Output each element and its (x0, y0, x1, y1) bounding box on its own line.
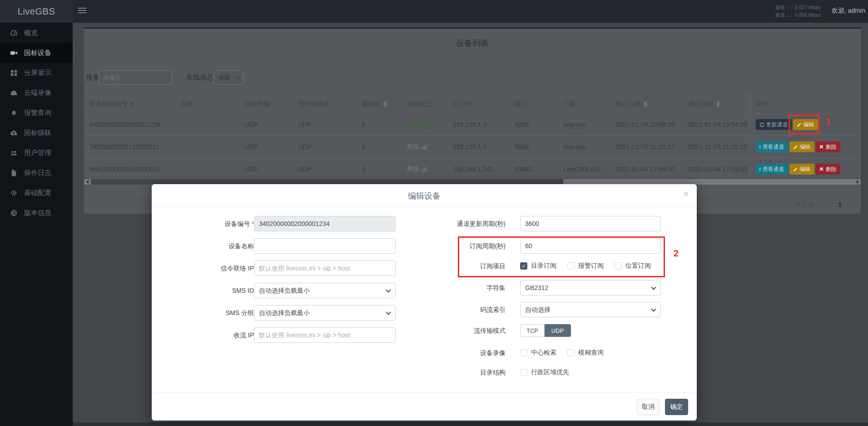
subscribe-period-label: 订阅周期(秒) (419, 238, 506, 254)
sms-group-select[interactable]: 自动选择负载最小 (254, 305, 396, 321)
sidebar-item-label: 国标设备 (24, 49, 51, 57)
info-icon: i (759, 144, 761, 150)
cell-heartbeat: 2021-12-15 11:20:22 (610, 136, 683, 158)
cell-vendor: wvp-pro (558, 114, 610, 136)
cell-registered: 2021-12-15 11:16:22 (683, 136, 750, 158)
sidebar-item-alarm-query[interactable]: 报警查询 (0, 103, 73, 123)
close-icon[interactable]: × (683, 189, 689, 198)
catalog-subscribe-checkbox[interactable]: ✓ (520, 262, 527, 270)
cell-port: 5060 (509, 136, 558, 158)
cell-heartbeat: 2022-01-04 17:54:00 (610, 158, 683, 180)
status-offline-link[interactable]: 离线 (407, 143, 427, 151)
alarm-subscribe-checkbox[interactable]: ✓ (567, 262, 575, 270)
sidebar-item-label: 概览 (24, 29, 38, 37)
stream-mode-dropdown[interactable]: UDP (298, 121, 319, 128)
status-offline-link[interactable]: 离线 (407, 165, 427, 173)
subscribe-period-input[interactable] (520, 238, 661, 254)
fuzzy-query-checkbox[interactable]: ✓ (567, 349, 575, 356)
stream-index-select[interactable]: 自动选择 (520, 302, 661, 317)
modal-header: 编辑设备 × (152, 184, 697, 207)
charset-select[interactable]: GB2312 (520, 280, 661, 296)
stream-mode-dropdown[interactable]: UDP (298, 143, 319, 150)
cell-ip: 192.168.1.3 (447, 114, 509, 136)
sidebar-item-user-management[interactable]: 用户管理 (0, 143, 73, 163)
sidebar-item-cloud-record[interactable]: 云端录像 (0, 83, 73, 103)
subscribe-items-label: 订阅项目 (419, 258, 506, 274)
subscribe-option-alarm: ✓ 报警订阅 (567, 262, 604, 270)
search-label: 搜索 (86, 73, 99, 82)
center-search-checkbox[interactable]: ✓ (520, 349, 527, 356)
edit-button[interactable]: 编辑 (793, 119, 818, 130)
online-status-select[interactable]: 全部 (213, 70, 243, 85)
update-channels-button[interactable]: 更新通道 (756, 119, 792, 130)
sidebar-item-basic-config[interactable]: 基础配置 (0, 183, 73, 203)
delete-button[interactable]: ✖删除 (816, 164, 840, 175)
admin-region-checkbox[interactable]: ✓ (520, 369, 527, 376)
sort-icon (644, 101, 647, 107)
recv-ip-label: 收流 IP (168, 327, 254, 343)
recv-ip-input[interactable] (254, 327, 396, 343)
channel-refresh-label: 通道更新周期(秒) (419, 216, 506, 231)
view-channels-button[interactable]: i查看通道 (756, 164, 788, 175)
checkbox-label: 行政区域优先 (531, 368, 569, 376)
stats-receive: 接收 ↑ : 0.027 Mbps (775, 5, 821, 10)
edit-pencil-icon (793, 167, 798, 172)
status-online-link[interactable]: 在线 (407, 120, 427, 129)
col-header-device-id[interactable]: 设备国标编号 (84, 95, 175, 114)
edit-device-modal: 编辑设备 × 设备编号* 设备名称 信令联络 IP SMS ID 自动选择负载最… (152, 184, 697, 421)
cell-vendor: LiveGBS v21... (558, 158, 610, 180)
pagination-page[interactable]: 1 (838, 201, 842, 208)
footer-bar (73, 422, 868, 426)
edit-button[interactable]: 编辑 (789, 141, 814, 152)
sip-ip-input[interactable] (254, 261, 396, 276)
x-icon: ✖ (819, 144, 824, 150)
stats-send: 发送 ↓ : 0.006 Mbps (775, 12, 821, 18)
device-name-input[interactable] (254, 238, 396, 254)
col-header-registered[interactable]: 最近注册 (683, 95, 750, 114)
checkbox-label: 报警订阅 (578, 262, 604, 270)
sidebar-item-operation-log[interactable]: 操作日志 (0, 163, 73, 183)
sidebar-item-overview[interactable]: 概览 (0, 23, 73, 43)
search-input[interactable] (99, 70, 172, 85)
transport-tcp-button[interactable]: TCP (520, 324, 545, 337)
col-header-stream-mode: 流传输模式 (293, 95, 356, 114)
cancel-button[interactable]: 取消 (637, 399, 660, 415)
sidebar-item-split-screen[interactable]: 分屏展示 (0, 63, 73, 83)
welcome-user[interactable]: 欢迎, admin (832, 7, 865, 15)
ok-button[interactable]: 确定 (665, 399, 688, 415)
position-subscribe-checkbox[interactable]: ✓ (615, 262, 622, 270)
stream-index-label: 码流索引 (419, 302, 506, 317)
sidebar-item-label: 分屏展示 (24, 69, 51, 77)
scroll-left-arrow[interactable] (84, 179, 90, 185)
col-header-heartbeat[interactable]: 最近心跳 (610, 95, 683, 114)
transport-udp-button[interactable]: UDP (545, 324, 571, 337)
sidebar-item-label: 报警查询 (24, 109, 51, 117)
grid-icon (10, 69, 18, 77)
cell-device-id: 34020000002110000111 (84, 136, 175, 158)
delete-button[interactable]: ✖删除 (816, 141, 840, 152)
pagination-next[interactable]: › (854, 201, 856, 209)
stream-mode-dropdown[interactable]: UDP (298, 165, 319, 173)
refresh-icon (759, 122, 764, 127)
cell-vendor: wvp-pro (558, 136, 610, 158)
sms-id-select[interactable]: 自动选择负载最小 (254, 283, 396, 298)
menu-toggle-icon[interactable] (78, 8, 86, 14)
edit-button[interactable]: 编辑 (789, 164, 814, 175)
pagination-prev[interactable]: ‹ (826, 201, 828, 209)
table-header-row: 设备国标编号 名称 信令传输 流传输模式 通道数 在线状态 出口IP 端口 厂家… (84, 95, 861, 114)
cell-heartbeat: 2022-01-18 10:58:26 (610, 114, 683, 136)
check-icon: ✓ (521, 264, 526, 269)
col-header-channels[interactable]: 通道数 (356, 95, 401, 114)
sidebar-item-version-info[interactable]: 版本信息 (0, 203, 73, 223)
record-option-center-search: ✓ 中心检索 (520, 349, 556, 357)
cell-device-id: 66620000002000000001 (84, 158, 175, 180)
sidebar-item-gb-devices[interactable]: 国标设备 (0, 43, 73, 63)
channel-refresh-input[interactable] (520, 216, 661, 231)
sidebar-item-gb-cascade[interactable]: 国标级联 (0, 123, 73, 143)
device-name-label: 设备名称 (168, 238, 254, 254)
table-row: 34020000002110000111 - UDP UDP 1 离线 192.… (84, 136, 861, 158)
view-channels-button[interactable]: i查看通道 (756, 141, 788, 152)
scroll-right-arrow[interactable] (854, 179, 861, 185)
sort-icon (130, 101, 134, 107)
transport-mode-label: 流传输模式 (419, 323, 506, 338)
